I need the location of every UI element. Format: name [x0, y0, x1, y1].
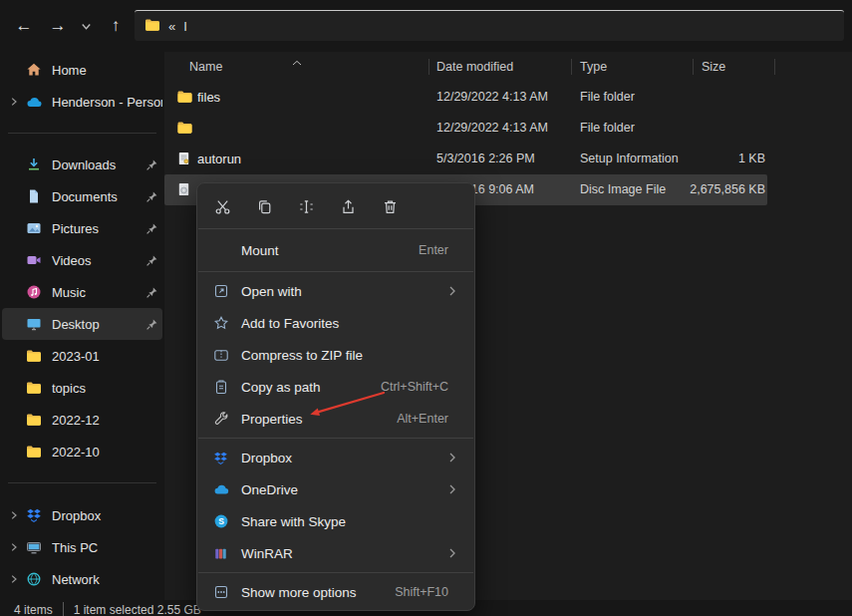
- menu-item-properties[interactable]: Properties Alt+Enter: [201, 403, 470, 435]
- menu-separator: [198, 572, 473, 573]
- sidebar-item-dropbox[interactable]: Dropbox: [2, 499, 162, 531]
- videos-icon: [26, 252, 44, 268]
- chevron-right-icon: [446, 547, 458, 559]
- open-with-icon: [213, 283, 233, 299]
- column-divider[interactable]: [693, 59, 694, 75]
- column-divider[interactable]: [571, 59, 572, 75]
- toolbar: ← → ↑ « I: [0, 0, 852, 52]
- menu-item-share-with-skype[interactable]: S Share with Skype: [201, 505, 470, 537]
- copy-icon[interactable]: [245, 190, 283, 222]
- address-bar[interactable]: « I: [135, 10, 844, 41]
- menu-item-onedrive[interactable]: OneDrive: [201, 473, 470, 505]
- sidebar-item-label: topics: [52, 381, 162, 396]
- menu-separator: [198, 438, 473, 439]
- sidebar-item-label: Pictures: [52, 221, 142, 236]
- sidebar-item-2022-10[interactable]: 2022-10: [2, 436, 162, 467]
- menu-item-copy-as-path[interactable]: Copy as path Ctrl+Shift+C: [201, 371, 470, 403]
- navigation-pane: Home Henderson - Personal Downloads Docu…: [0, 52, 164, 600]
- column-divider[interactable]: [428, 59, 429, 75]
- chevron-right-icon[interactable]: [2, 574, 26, 584]
- menu-item-label: WinRAR: [241, 546, 293, 561]
- pin-icon: [142, 222, 160, 235]
- sidebar-item-label: Music: [52, 285, 142, 300]
- sidebar-item-downloads[interactable]: Downloads: [2, 149, 162, 180]
- menu-item-label: Dropbox: [241, 451, 292, 465]
- menu-item-label: OneDrive: [241, 482, 298, 497]
- menu-separator: [198, 271, 473, 272]
- file-row[interactable]: autorun 5/3/2016 2:26 PM Setup Informati…: [164, 144, 767, 174]
- rename-icon[interactable]: [287, 190, 325, 222]
- forward-button[interactable]: →: [44, 12, 72, 40]
- chevron-right-icon[interactable]: [2, 510, 26, 520]
- sidebar-separator: [8, 482, 156, 483]
- pin-icon: [142, 190, 160, 203]
- address-overflow[interactable]: «: [168, 19, 175, 34]
- disc-image-file-icon: [176, 181, 191, 200]
- sidebar-item-topics[interactable]: topics: [2, 372, 162, 404]
- svg-text:S: S: [218, 516, 224, 526]
- file-name: autorun: [197, 144, 422, 174]
- sidebar-item-2023-01[interactable]: 2023-01: [2, 340, 162, 372]
- sidebar-separator: [8, 133, 156, 134]
- clipboard-icon: [213, 379, 233, 395]
- onedrive-cloud-icon: [26, 94, 44, 111]
- menu-item-mount[interactable]: Mount Enter: [201, 232, 470, 268]
- history-chevron-down-icon[interactable]: [76, 12, 96, 40]
- column-header-date-modified[interactable]: Date modified: [436, 52, 513, 82]
- column-header-name[interactable]: Name: [189, 52, 222, 82]
- sidebar-item-label: Home: [52, 63, 162, 78]
- column-header-type[interactable]: Type: [580, 52, 607, 82]
- dropbox-icon: [213, 451, 233, 465]
- sidebar-item-2022-12[interactable]: 2022-12: [2, 404, 162, 436]
- file-row[interactable]: 12/29/2022 4:13 AM File folder: [164, 113, 767, 144]
- menu-shortcut: Enter: [419, 243, 448, 257]
- column-header-row: Name Date modified Type Size: [164, 52, 852, 82]
- menu-shortcut: Ctrl+Shift+C: [381, 380, 448, 394]
- folder-icon: [26, 380, 44, 396]
- wrench-icon: [213, 411, 233, 427]
- menu-item-dropbox[interactable]: Dropbox: [201, 442, 470, 473]
- column-divider[interactable]: [774, 59, 775, 75]
- sidebar-item-label: Downloads: [52, 157, 142, 172]
- menu-item-label: Open with: [241, 284, 302, 299]
- sidebar-item-documents[interactable]: Documents: [2, 180, 162, 212]
- up-button[interactable]: ↑: [102, 12, 130, 40]
- home-icon: [26, 62, 44, 78]
- winrar-icon: [213, 546, 233, 561]
- chevron-right-icon[interactable]: [2, 97, 26, 107]
- pin-icon: [142, 254, 160, 267]
- delete-icon[interactable]: [371, 190, 409, 222]
- menu-item-label: Copy as path: [241, 380, 321, 395]
- file-name: files: [197, 82, 422, 113]
- sidebar-item-label: Desktop: [52, 317, 142, 332]
- back-button[interactable]: ←: [10, 12, 38, 40]
- address-segment[interactable]: I: [183, 19, 187, 34]
- cut-icon[interactable]: [203, 190, 241, 222]
- sidebar-item-label: 2022-12: [52, 413, 162, 428]
- menu-item-show-more-options[interactable]: Show more options Shift+F10: [201, 576, 470, 608]
- sidebar-item-home[interactable]: Home: [2, 54, 162, 86]
- menu-shortcut: Alt+Enter: [397, 412, 448, 426]
- menu-item-label: Mount: [241, 243, 279, 258]
- sidebar-item-this-pc[interactable]: This PC: [2, 531, 162, 563]
- address-folder-icon: [144, 17, 160, 36]
- sidebar-item-videos[interactable]: Videos: [2, 244, 162, 276]
- menu-item-label: Show more options: [241, 585, 357, 600]
- documents-icon: [26, 188, 44, 204]
- column-header-size[interactable]: Size: [702, 52, 725, 82]
- sidebar-item-pictures[interactable]: Pictures: [2, 212, 162, 244]
- menu-item-add-to-favorites[interactable]: Add to Favorites: [201, 307, 470, 339]
- sidebar-item-music[interactable]: Music: [2, 276, 162, 308]
- menu-item-open-with[interactable]: Open with: [201, 275, 470, 307]
- sidebar-item-label: Network: [52, 572, 162, 587]
- sidebar-item-desktop[interactable]: Desktop: [2, 308, 162, 340]
- share-icon[interactable]: [329, 190, 367, 222]
- file-row[interactable]: files 12/29/2022 4:13 AM File folder: [164, 82, 767, 113]
- sidebar-item-onedrive-personal[interactable]: Henderson - Personal: [2, 86, 162, 118]
- folder-icon: [176, 89, 193, 108]
- menu-item-winrar[interactable]: WinRAR: [201, 537, 470, 569]
- menu-item-compress-to-zip[interactable]: Compress to ZIP file: [201, 339, 470, 371]
- file-date: 12/29/2022 4:13 AM: [436, 113, 566, 144]
- sidebar-item-network[interactable]: Network: [2, 563, 162, 595]
- chevron-right-icon[interactable]: [2, 542, 26, 552]
